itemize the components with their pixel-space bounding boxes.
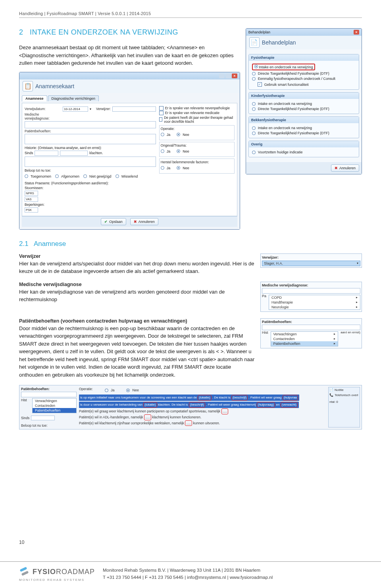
footer-line1: Monitored Rehab Systems B.V. | Waarderwe… <box>103 567 273 574</box>
radio-option[interactable]: Intake en onderzoek na verwijzing <box>252 126 356 130</box>
radio-option[interactable]: Intake en onderzoek na verwijzing <box>252 64 356 70</box>
field-verwijsdatum[interactable]: 10-12-2014 <box>63 106 88 112</box>
footer-line2: T +31 23 750 5444 | F +31 23 750 5445 | … <box>103 574 273 581</box>
patbeh-input[interactable] <box>262 325 360 330</box>
panel-header: Kinderfysiotherapie <box>249 93 359 99</box>
label-historie: Historie: (Ontstaan, trauma-analyse, aar… <box>25 146 102 150</box>
label-verwijsdatum: Verwijsdatum: <box>25 107 61 111</box>
plan-icon: 📄 <box>249 37 260 48</box>
p-meddiag: Hier kan de verwijsdiagnose van de verwi… <box>19 288 255 304</box>
h-patbeh: Patiëntbehoeften (voorheen contactreden … <box>19 318 255 324</box>
tab-anamnese[interactable]: Anamnese <box>22 95 47 101</box>
diag-context-menu[interactable]: COPD▸ Handtherapie▸ Neurologie▸ <box>269 295 360 310</box>
radio-option[interactable]: Intake en onderzoek na verwijzing <box>252 102 356 106</box>
field-meddiag[interactable] <box>25 121 156 128</box>
anam-tabs[interactable]: Anamnese Diagnostische verrichtingen <box>22 95 237 101</box>
close-icon[interactable]: × <box>354 30 359 35</box>
ribbon-title: Behandelplan <box>262 39 296 46</box>
label-patbeh: Patiëntbehoeften: <box>25 129 61 133</box>
patbeh-menu[interactable]: Verwachtingen Contactreden Patientbehoef… <box>32 398 77 413</box>
mini-patbeh-shot: Patiëntbehoeften: Hist Verwachtingen▸ Co… <box>260 318 362 348</box>
patbeh-wide-screenshot: Patiëntbehoeften: Hist Verwachtingen Con… <box>19 385 362 429</box>
p-verwijzer: Hier kan de verwijzend arts/specialist d… <box>19 260 255 275</box>
panel-header: Overig <box>249 141 359 147</box>
doc-header: Handleiding | FysioRoadmap SMART | Versi… <box>19 11 362 16</box>
label-beloop: Beloop tot nu toe: <box>25 168 51 172</box>
section-title: 2 INTAKE EN ONDERZOEK NA VERWIJZING <box>19 28 240 37</box>
patbeh-field[interactable] <box>21 392 77 397</box>
label-verwijzer: Verwijzer: <box>96 107 111 111</box>
behandelplan-screenshot: Behandelplan × 📄 Behandelplan Fysiothera… <box>246 28 362 174</box>
close-icon[interactable]: × <box>232 74 237 78</box>
diag-input[interactable] <box>262 288 360 294</box>
header-separator <box>19 17 362 18</box>
field-klachten[interactable] <box>60 151 88 156</box>
card-icon: 📋 <box>23 81 33 91</box>
p-patbeh: Door middel van de rechtermuisknop is ee… <box>19 325 255 379</box>
logo-mark-icon <box>19 566 31 578</box>
label-sinds: Sinds <box>25 151 33 155</box>
field-verwijzer[interactable] <box>112 106 156 112</box>
side-panel: 📄Notitie 📞Telefonisch overl ntal: 0 <box>328 387 360 427</box>
radio-option[interactable]: Eenmalig fysiotherapeutisch onderzoek / … <box>252 77 356 81</box>
radio-option[interactable]: Directe Toegankelijkheid Fysiotherapie (… <box>252 107 356 111</box>
anam-title: Anamnesekaart <box>35 83 74 89</box>
panel-header: Fysiotherapie <box>249 54 359 61</box>
win-title: Behandelplan <box>248 30 270 34</box>
page-footer: FYSIOROADMAP MONITORED REHAB SYSTEMS Mon… <box>0 561 381 588</box>
cancel-button[interactable]: ✖Annuleren <box>331 164 359 172</box>
h-meddiag: Medische verwijsdiagnose <box>19 282 255 287</box>
field-sinds[interactable] <box>35 151 58 156</box>
tab-diag[interactable]: Diagnostische verrichtingen <box>48 95 99 101</box>
anamnesekaart-screenshot: × 📋 Anamnesekaart Anamnese Diagnostische… <box>19 72 240 230</box>
page-number: 10 <box>19 540 24 545</box>
subsection-title: 2.1 Anamnese <box>19 240 362 248</box>
radio-option[interactable]: Directe Toegankelijkheid Fysiotherapie (… <box>252 72 356 75</box>
brand-logo: FYSIOROADMAP MONITORED REHAB SYSTEMS <box>19 566 95 582</box>
field-historie[interactable] <box>25 157 156 167</box>
field-patbeh[interactable] <box>25 134 156 144</box>
verwijzer-select[interactable]: Slager, H.A.▾ <box>262 261 360 266</box>
panel-header: Bekkenfysiotherapie <box>249 117 359 123</box>
checkbox-row[interactable]: ✓Gebruik smart functionaliteit <box>258 82 356 87</box>
label-stoorn: Stoornissen: <box>25 186 43 190</box>
label-meddiag: Medische verwijsdiagnose: <box>25 112 61 120</box>
label-status: Status Praesens: (Functioneringsprobleme… <box>25 181 109 185</box>
mini-diag-shot: Medische verwijsdiagnose: Pa COPD▸ Handt… <box>260 282 362 312</box>
patbeh-context-menu[interactable]: Verwachtingen▸ Contactreden▸ Patientbeho… <box>271 331 339 346</box>
mini-verwijzer-shot: Verwijzer: Slager, H.A.▾ <box>260 253 362 268</box>
radio-option[interactable]: Directe Toegankelijkheid Fysiotherapie (… <box>252 131 356 135</box>
save-button[interactable]: ✔Opslaan <box>101 218 126 225</box>
h-verwijzer: Verwijzer <box>19 253 255 259</box>
cancel-button[interactable]: ✖Annuleren <box>130 218 158 225</box>
label-klachten: klachten. <box>89 151 103 155</box>
section-intro: Deze anamnesekaart bestaat op dit moment… <box>19 44 240 67</box>
label-beperk: Beperkingen: <box>25 203 44 207</box>
radio-option[interactable]: Voortzetten huidige indicatie <box>252 150 356 154</box>
